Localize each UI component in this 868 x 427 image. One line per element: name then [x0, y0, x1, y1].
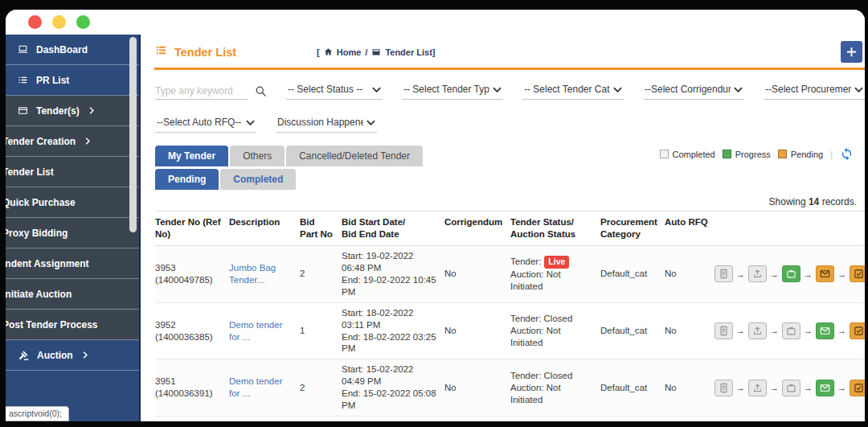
select-filter--select-status-[interactable]: -- Select Status --: [286, 81, 383, 100]
refresh-icon[interactable]: [840, 147, 854, 161]
sidebar-item-indent-assignment[interactable]: Indent Assignment: [6, 248, 139, 279]
sidebar-item-tender-s-[interactable]: Tender(s): [6, 96, 139, 126]
table-row: 3949 (1400036391)demo for accent u...2St…: [155, 417, 865, 421]
minimize-window-button[interactable]: [52, 15, 66, 29]
sidebar-item-quick-purchase[interactable]: Quick Purchase: [6, 187, 139, 218]
tab-my-tender[interactable]: My Tender: [155, 146, 228, 166]
titlebar: [6, 10, 865, 35]
close-window-button[interactable]: [28, 15, 42, 29]
sidebar-item-tender-list[interactable]: Tender List: [6, 157, 139, 187]
page-title: Tender List: [174, 46, 236, 59]
browser-window: DashBoardPR ListTender(s)Tender Creation…: [6, 10, 865, 421]
tab-others[interactable]: Others: [230, 146, 285, 166]
stage-arrow-icon: →: [837, 325, 846, 336]
stage-flow: →→→→→: [714, 380, 865, 396]
cell-tender-no: 3951 (1400036391): [155, 359, 229, 417]
add-tender-button[interactable]: [841, 41, 862, 63]
sidebar-item-dashboard[interactable]: DashBoard: [6, 35, 139, 65]
column-header-line: Bid End Date: [342, 228, 438, 240]
cell-category: Default_cat: [600, 245, 665, 302]
stage-arrow-icon: →: [837, 382, 846, 393]
stage-flow: →→→→→: [714, 322, 865, 339]
search-input[interactable]: [155, 83, 248, 100]
cell-auto-rfq: No: [665, 302, 714, 359]
tab-cancelled-deleted-tender[interactable]: Cancelled/Deleted Tender: [286, 146, 423, 166]
column-header-line: Category: [600, 228, 658, 240]
select-filter-discussion-happene[interactable]: Discussion Happene: [276, 114, 377, 133]
select-filter-label: --Select Corrigendum: [645, 84, 731, 95]
cell-category: Default_cat: [600, 302, 665, 359]
bid-end-date: End: 15-02-2022 05:08 PM: [342, 388, 438, 412]
cell-corrigendum: Yes: [444, 417, 510, 421]
filter-row-2: --Select Auto RFQ--Discussion Happene: [155, 114, 865, 133]
stage-arrow-icon: →: [804, 382, 813, 393]
tender-status-line: Tender: Closed: [510, 313, 594, 325]
stage-flow: →→→→→: [714, 265, 865, 282]
auction-icon: [18, 350, 29, 361]
cell-status: Tender: ClosedAuction: Not Initiated: [510, 359, 600, 417]
envelope-icon: [816, 265, 834, 282]
column-header-5: Tender Status/Auction Status: [510, 211, 600, 246]
chevron-down-icon: [246, 120, 255, 125]
cell-category: Default_cat: [600, 359, 665, 417]
chevron-right-icon: [85, 138, 90, 145]
select-filter--select-corrigendum[interactable]: --Select Corrigendum: [643, 81, 744, 100]
bid-end-date: End: 18-02-2022 03:25 PM: [342, 331, 438, 355]
check-square-icon: [850, 265, 865, 282]
table-row: 3952 (1400036385)Demo tender for ...1Sta…: [155, 302, 865, 359]
column-header-0: Tender No (Ref No): [155, 211, 229, 246]
sidebar-item-auction[interactable]: Auction: [6, 340, 139, 371]
legend-swatch-pending: [778, 150, 787, 158]
tender-table: Tender No (Ref No)DescriptionBid Part No…: [155, 211, 865, 421]
chevron-right-icon: [83, 351, 88, 359]
breadcrumb-home-link[interactable]: Home: [337, 47, 362, 57]
select-filter--select-tender-type[interactable]: -- Select Tender Type: [402, 81, 503, 100]
records-prefix: Showing: [769, 196, 806, 207]
briefcase-icon: [782, 380, 800, 396]
column-header-4: Corrigendum: [444, 211, 510, 246]
search-icon[interactable]: [255, 85, 267, 100]
select-filter-label: -- Select Status --: [288, 84, 362, 95]
records-count: 14: [809, 196, 819, 207]
description-link[interactable]: Jumbo Bag Tender...: [229, 262, 293, 286]
description-link[interactable]: Demo tender for ...: [229, 376, 293, 400]
column-header-1: Description: [229, 211, 300, 246]
select-filter--select-auto-rfq-[interactable]: --Select Auto RFQ--: [155, 114, 256, 133]
tender-icon: [18, 105, 28, 116]
cell-bid-dates: Start: 07-02-2022 02:50 PMEnd: 07-02-202…: [342, 417, 444, 421]
check-square-icon: [850, 322, 865, 339]
bid-start-date: Start: 19-02-2022 06:48 PM: [342, 250, 438, 274]
app-body: DashBoardPR ListTender(s)Tender Creation…: [6, 35, 865, 421]
subtab-completed[interactable]: Completed: [220, 169, 296, 190]
sidebar-item-tender-creation[interactable]: Tender Creation: [6, 126, 139, 157]
select-filter--select-procurement[interactable]: --Select Procurement: [764, 81, 865, 100]
live-status-badge: Live: [544, 256, 569, 269]
sidebar-item-initiate-auction[interactable]: Initiate Auction: [6, 279, 139, 310]
legend-label: Completed: [673, 150, 715, 159]
cell-stage: →→→→→: [714, 302, 865, 359]
records-summary: Showing 14 records.: [141, 196, 865, 207]
check-square-icon: [850, 380, 865, 396]
corrigendum-value: No: [444, 383, 457, 392]
description-link[interactable]: Demo tender for ...: [229, 319, 293, 343]
corrigendum-value: No: [444, 326, 457, 335]
zoom-window-button[interactable]: [76, 15, 90, 29]
select-filter--select-tender-cate[interactable]: -- Select Tender Cate: [522, 81, 624, 100]
upload-icon: [748, 322, 767, 339]
corrigendum-value: No: [444, 269, 457, 278]
breadcrumb-open: [: [317, 47, 320, 57]
sidebar-item-proxy-bidding[interactable]: Proxy Bidding: [6, 218, 139, 248]
cell-status: Tender: ClosedAuction: Not Initiated: [510, 302, 600, 359]
subtab-pending[interactable]: Pending: [155, 169, 219, 190]
cell-stage: →→→→→: [714, 245, 865, 302]
sidebar: DashBoardPR ListTender(s)Tender Creation…: [6, 35, 141, 421]
sidebar-item-pr-list[interactable]: PR List: [6, 65, 139, 96]
document-icon: [714, 380, 733, 396]
sidebar-item-post-tender-process[interactable]: Post Tender Process: [6, 310, 139, 340]
select-filter-label: -- Select Tender Cate: [524, 84, 610, 95]
cell-tender-no: 3952 (1400036385): [155, 302, 229, 359]
filters: -- Select Status ---- Select Tender Type…: [141, 70, 865, 133]
cell-auto-rfq: No: [665, 359, 714, 417]
table-row: 3953 (1400049785)Jumbo Bag Tender...2Sta…: [155, 245, 865, 302]
sidebar-scrollbar[interactable]: [129, 37, 137, 232]
